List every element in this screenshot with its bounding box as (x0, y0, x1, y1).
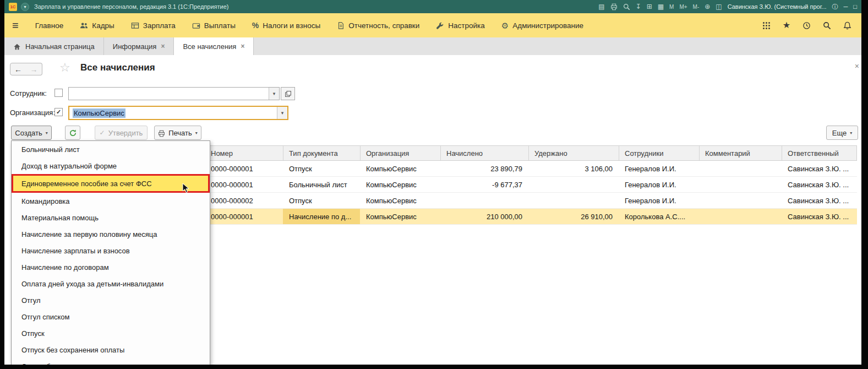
menu-item-kadry[interactable]: Кадры (80, 21, 114, 30)
tab-close-icon[interactable]: × (161, 42, 165, 50)
print-icon[interactable] (610, 3, 618, 10)
cell-responsible[interactable]: Савинская З.Ю. ... (782, 193, 857, 208)
column-header[interactable]: Комментарий (700, 146, 782, 160)
column-header[interactable]: Удержано (529, 146, 619, 160)
cell-comment[interactable] (699, 161, 782, 176)
zoom-icon[interactable]: ⊕ (705, 3, 710, 10)
maximize-icon[interactable]: □ (853, 3, 857, 10)
employee-field[interactable]: ▾ (68, 87, 280, 100)
menu-item-glavnoe[interactable]: Главное (35, 21, 64, 30)
cell-comment[interactable] (699, 209, 782, 224)
menu-item-nachislenie-zarplaty[interactable]: Начисление зарплаты и взносов (12, 242, 210, 259)
cell-accrued[interactable]: 210 000,00 (440, 209, 528, 224)
cell-doc-type[interactable]: Отпуск (283, 193, 360, 208)
cell-organization[interactable]: КомпьюСервис (360, 209, 440, 224)
minimize-icon[interactable]: ─ (844, 3, 848, 10)
cell-responsible[interactable]: Савинская З.Ю. ... (782, 161, 857, 176)
menu-item-dohod-naturalnoy-forme[interactable]: Доход в натуральной форме (12, 158, 210, 174)
cell-employees[interactable]: Генералов И.И. (619, 161, 699, 176)
table-row-selected[interactable]: 0000-000001 Начисление по д... КомпьюСер… (205, 209, 857, 225)
employee-checkbox[interactable] (54, 89, 63, 97)
menu-item-nalogi[interactable]: % Налоги и взносы (252, 21, 320, 30)
memory-mminus-button[interactable]: M- (693, 4, 700, 10)
cell-doc-type[interactable]: Отпуск (283, 161, 360, 176)
cell-employees[interactable]: Генералов И.И. (619, 193, 699, 208)
approve-button[interactable]: ✓ Утвердить (95, 126, 148, 140)
cell-doc-type[interactable]: Начисление по д... (283, 209, 360, 224)
cell-doc-type[interactable]: Больничный лист (283, 177, 360, 192)
table-row[interactable]: 0000-000002 Отпуск КомпьюСервис Генерало… (205, 193, 857, 209)
cell-responsible[interactable]: Савинская З.Ю. ... (782, 177, 857, 192)
print-button[interactable]: Печать▾ (154, 126, 201, 140)
save-icon[interactable]: ▤ (598, 3, 604, 10)
search-icon[interactable] (823, 20, 831, 30)
search-doc-icon[interactable] (623, 3, 630, 10)
column-header[interactable]: Начислено (441, 146, 529, 160)
menu-item-otgul-spiskom[interactable]: Отгул списком (12, 308, 210, 325)
column-header[interactable]: Сотрудники (619, 146, 700, 160)
cell-withheld[interactable] (528, 177, 619, 192)
menu-item-zarplata[interactable]: Зарплата (131, 21, 176, 30)
cell-accrued[interactable] (440, 193, 528, 208)
organization-checkbox[interactable]: ✓ (54, 108, 63, 116)
tab-vse-nachisleniya[interactable]: Все начисления × (174, 37, 254, 55)
cell-comment[interactable] (699, 193, 782, 208)
add-favorite-star-icon[interactable]: ☆ (59, 61, 70, 75)
menu-item-otpusk-bez-sohraneniya[interactable]: Отпуск без сохранения оплаты (12, 341, 210, 358)
tab-home[interactable]: Начальная страница (4, 37, 104, 55)
cell-withheld[interactable] (528, 193, 619, 208)
cell-comment[interactable] (699, 177, 782, 192)
cell-withheld[interactable]: 3 106,00 (528, 161, 619, 176)
table-row[interactable]: 0000-000001 Больничный лист КомпьюСервис… (205, 177, 857, 193)
menu-item-edinovremennoe-posobie-fss[interactable]: Единовременное пособие за счет ФСС (12, 174, 210, 193)
chevron-down-icon[interactable]: ▾ (269, 88, 279, 100)
cell-number[interactable]: 0000-000001 (205, 209, 283, 224)
notifications-bell-icon[interactable] (843, 20, 851, 30)
employee-open-button[interactable] (281, 87, 295, 100)
more-button[interactable]: Еще▾ (826, 126, 858, 140)
menu-item-administrirovanie[interactable]: ⚙ Администрирование (501, 21, 583, 30)
favorites-star-icon[interactable]: ★ (783, 21, 790, 30)
cell-responsible[interactable]: Савинская З.Ю. ... (782, 209, 857, 224)
cell-withheld[interactable]: 26 910,00 (528, 209, 619, 224)
calendar-icon[interactable]: ▦ (658, 3, 664, 10)
column-header[interactable]: Номер (205, 146, 283, 160)
menu-item-oplata-dney-uhoda[interactable]: Оплата дней ухода за детьми-инвалидами (12, 275, 210, 292)
menu-item-otgul[interactable]: Отгул (12, 292, 210, 308)
apps-grid-icon[interactable] (762, 20, 771, 30)
export-icon[interactable]: ↧ (636, 3, 641, 10)
menu-item-otchetnost[interactable]: Отчетность, справки (337, 21, 419, 30)
column-header[interactable]: Организация (361, 146, 441, 160)
hamburger-icon[interactable]: ≡ (12, 20, 19, 31)
menu-item-bolnichny-list[interactable]: Больничный лист (12, 141, 210, 158)
create-button[interactable]: Создать▾ (11, 126, 52, 140)
cell-number[interactable]: 0000-000002 (205, 193, 283, 208)
menu-item-nachislenie-po-dogovoram[interactable]: Начисление по договорам (12, 259, 210, 275)
refresh-button[interactable] (65, 126, 80, 140)
organization-field[interactable]: КомпьюСервис ▾ (68, 106, 288, 120)
menu-item-nachislenie-pervuyu-polovinu[interactable]: Начисление за первую половину месяца (12, 226, 210, 242)
table-row[interactable]: 0000-000001 Отпуск КомпьюСервис 23 890,7… (205, 161, 857, 177)
history-icon[interactable] (803, 20, 811, 30)
user-button[interactable]: Савинская З.Ю. (Системный прог... (728, 3, 827, 10)
cell-accrued[interactable]: -9 677,37 (440, 177, 528, 192)
window-menu-button[interactable]: ▾ (21, 3, 29, 11)
info-icon[interactable]: ⓘ (832, 3, 838, 11)
cell-organization[interactable]: КомпьюСервис (360, 161, 440, 176)
menu-item-komandirovka[interactable]: Командировка (12, 193, 210, 209)
column-header[interactable]: Тип документа (283, 146, 361, 160)
memory-mplus-button[interactable]: M+ (679, 4, 687, 10)
menu-item-materialnaya-pomosch[interactable]: Материальная помощь (12, 209, 210, 226)
tab-close-icon[interactable]: × (241, 42, 244, 50)
cell-organization[interactable]: КомпьюСервис (360, 193, 440, 208)
cell-employees[interactable]: Генералов И.И. (619, 177, 699, 192)
cell-employees[interactable]: Королькова А.С.... (619, 209, 699, 224)
memory-m-button[interactable]: M (669, 4, 674, 10)
menu-item-nastroyka[interactable]: Настройка (436, 21, 484, 30)
menu-item-otpusk-bez-sohraneniya-spiskom[interactable]: Отпуск без сохранения оплаты списком (12, 358, 210, 365)
column-header[interactable]: Ответственный (782, 146, 856, 160)
split-view-icon[interactable]: ◫ (716, 3, 722, 10)
cell-number[interactable]: 0000-000001 (205, 161, 283, 176)
table-icon[interactable]: ⊞ (647, 3, 652, 10)
menu-item-otpusk[interactable]: Отпуск (12, 325, 210, 341)
